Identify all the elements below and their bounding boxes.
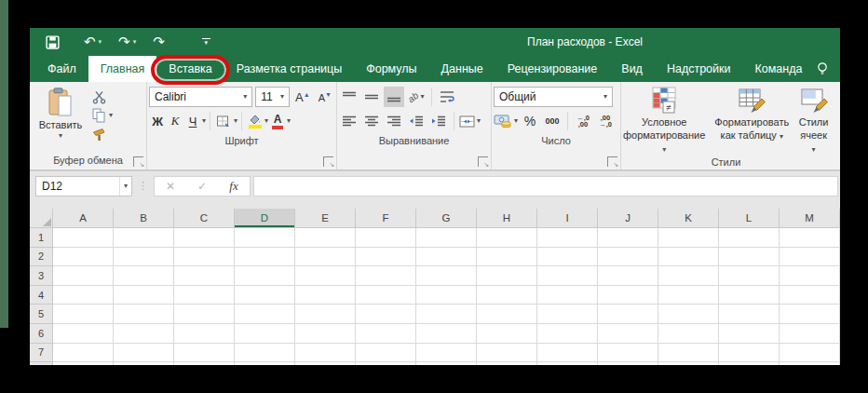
row-header-1[interactable]: 1 — [30, 228, 53, 248]
comma-style-button[interactable]: 000 — [542, 111, 563, 131]
cell-B1[interactable] — [114, 228, 174, 248]
cell-B6[interactable] — [114, 324, 174, 344]
align-bottom-button[interactable] — [384, 87, 404, 107]
font-color-dropdown-icon[interactable]: ▾ — [287, 117, 291, 125]
cell-J1[interactable] — [598, 228, 658, 248]
cell-E4[interactable] — [295, 286, 356, 305]
column-header-L[interactable]: L — [719, 209, 780, 228]
align-top-button[interactable] — [339, 87, 359, 107]
cell-G4[interactable] — [416, 286, 477, 305]
cell-E2[interactable] — [295, 248, 356, 267]
cell-Kx[interactable] — [658, 362, 719, 365]
paste-dropdown-icon[interactable]: ▾ — [59, 132, 62, 140]
cell-A3[interactable] — [53, 266, 114, 286]
cell-J6[interactable] — [598, 324, 658, 344]
column-header-J[interactable]: J — [598, 209, 658, 228]
cell-M6[interactable] — [780, 324, 840, 344]
cell-E7[interactable] — [295, 344, 356, 363]
tab-Вставка[interactable]: Вставка — [156, 56, 224, 82]
cell-H5[interactable] — [477, 305, 537, 324]
cell-C1[interactable] — [174, 228, 235, 248]
number-format-combo[interactable]: Общий ▾ — [494, 87, 613, 107]
cell-G7[interactable] — [416, 344, 477, 363]
cell-L3[interactable] — [719, 266, 780, 286]
cell-J2[interactable] — [598, 248, 658, 267]
tab-Разметка страницы[interactable]: Разметка страницы — [224, 56, 354, 82]
cell-H4[interactable] — [477, 286, 537, 305]
tab-Команда[interactable]: Команда — [743, 56, 815, 82]
cell-M7[interactable] — [780, 344, 840, 363]
cell-M2[interactable] — [780, 248, 840, 267]
font-color-button[interactable]: А — [269, 111, 286, 131]
column-header-A[interactable]: A — [53, 209, 114, 228]
cell-F3[interactable] — [356, 266, 416, 286]
tab-Файл[interactable]: Файл — [35, 56, 88, 82]
conditional-formatting-button[interactable]: ≠ Условное форматирование ▾ — [623, 87, 705, 155]
cell-C5[interactable] — [174, 305, 235, 324]
column-header-F[interactable]: F — [356, 209, 416, 228]
cell-K3[interactable] — [658, 266, 719, 286]
bold-button[interactable]: Ж — [149, 111, 166, 131]
cell-C4[interactable] — [174, 286, 235, 305]
cell-Bx[interactable] — [114, 362, 174, 365]
increase-decimal-button[interactable]: ←,0 ,00 — [573, 111, 593, 131]
cell-M4[interactable] — [780, 286, 840, 305]
cell-A4[interactable] — [53, 286, 114, 305]
cell-K6[interactable] — [658, 324, 719, 344]
cell-B7[interactable] — [114, 344, 174, 363]
decrease-indent-button[interactable] — [406, 111, 427, 131]
cell-L5[interactable] — [719, 305, 780, 324]
cell-I7[interactable] — [537, 344, 598, 363]
borders-dropdown-icon[interactable]: ▾ — [234, 117, 237, 125]
column-header-M[interactable]: M — [780, 209, 840, 228]
underline-dropdown-icon[interactable]: ▾ — [202, 117, 206, 125]
cell-F5[interactable] — [356, 305, 416, 324]
redo-button[interactable]: ↷ ▾ — [118, 31, 136, 53]
merge-center-dropdown-icon[interactable]: ▾ — [477, 117, 481, 125]
cell-G3[interactable] — [416, 266, 477, 286]
cell-K7[interactable] — [658, 344, 719, 363]
cell-Cx[interactable] — [174, 362, 235, 365]
align-left-button[interactable] — [339, 111, 359, 131]
name-box-dropdown-icon[interactable]: ▾ — [119, 177, 131, 196]
cell-L2[interactable] — [719, 248, 780, 267]
row-header-6[interactable]: 6 — [30, 324, 53, 344]
copy-dropdown-icon[interactable]: ▾ — [109, 112, 113, 119]
fill-color-dropdown-icon[interactable]: ▾ — [264, 117, 268, 125]
cell-I1[interactable] — [537, 228, 598, 248]
accounting-dropdown-icon[interactable]: ▾ — [514, 117, 518, 125]
column-header-B[interactable]: B — [114, 209, 174, 228]
undo-dropdown-icon[interactable]: ▾ — [99, 38, 102, 46]
conditional-formatting-dropdown-icon[interactable]: ▾ — [662, 145, 666, 154]
customize-qat-button[interactable]: ▾ — [202, 38, 210, 46]
cell-G1[interactable] — [416, 228, 477, 248]
cell-F4[interactable] — [356, 286, 416, 305]
cell-L4[interactable] — [719, 286, 780, 305]
formula-input[interactable] — [253, 176, 838, 196]
cell-D1[interactable] — [235, 228, 295, 248]
increase-font-button[interactable]: A▲ — [292, 90, 313, 104]
cell-D5[interactable] — [235, 305, 295, 324]
accounting-format-button[interactable]: ▾ — [494, 111, 518, 131]
format-painter-button[interactable] — [89, 126, 115, 142]
paste-button[interactable]: Вставить ▾ — [32, 85, 89, 153]
cell-A2[interactable] — [53, 248, 114, 267]
cell-Hx[interactable] — [477, 362, 537, 365]
font-dialog-launcher[interactable]: ↘ — [323, 156, 333, 167]
font-size-dropdown-icon[interactable]: ▾ — [280, 93, 284, 101]
format-as-table-button[interactable]: Форматировать как таблицу ▾ — [714, 87, 789, 155]
column-header-K[interactable]: K — [658, 209, 719, 228]
cell-K5[interactable] — [658, 305, 719, 324]
column-header-E[interactable]: E — [295, 209, 356, 228]
number-format-dropdown-icon[interactable]: ▾ — [604, 93, 607, 101]
row-header-7[interactable]: 7 — [30, 344, 53, 363]
cell-E1[interactable] — [295, 228, 356, 248]
percent-style-button[interactable]: % — [520, 111, 540, 131]
cell-Ax[interactable] — [53, 362, 114, 365]
name-box[interactable]: D12 ▾ — [35, 176, 132, 196]
undo-button[interactable]: ↶ ▾ — [84, 31, 102, 53]
cell-K1[interactable] — [658, 228, 719, 248]
cell-A5[interactable] — [53, 305, 114, 324]
merge-center-button[interactable]: ▾ — [459, 111, 481, 131]
row-header-4[interactable]: 4 — [30, 286, 53, 305]
